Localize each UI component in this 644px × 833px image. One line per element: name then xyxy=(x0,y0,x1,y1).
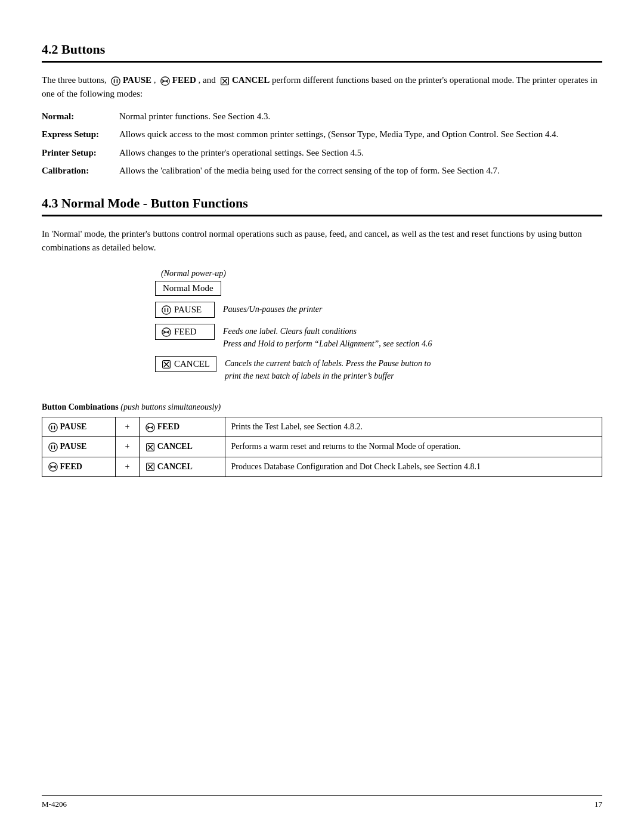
combo-row1-plus: + xyxy=(115,417,139,437)
def-express-desc: Allows quick access to the most common p… xyxy=(119,128,602,141)
pause-icon-diagram xyxy=(162,305,171,315)
cancel-icon-row2 xyxy=(145,442,155,452)
combo-row3-btn2: CANCEL xyxy=(140,457,225,476)
pause-icon-row2 xyxy=(48,442,58,452)
diagram-pause-button: PAUSE xyxy=(155,302,215,318)
cancel-icon-diagram xyxy=(162,360,171,369)
diagram-cancel-button: CANCEL xyxy=(155,356,216,372)
feed-icon-row1 xyxy=(145,423,155,432)
def-printer-setup-term: Printer Setup: xyxy=(42,146,119,160)
section-43-heading: 4.3 Normal Mode - Button Functions xyxy=(42,196,602,216)
diagram-pause-desc: Pauses/Un-pauses the printer xyxy=(223,302,322,315)
combo-row-1: PAUSE + FEED Prints the Test Label, see … xyxy=(42,417,602,437)
def-printer-setup-desc: Allows changes to the printer's operatio… xyxy=(119,146,602,160)
def-normal-desc: Normal printer functions. See Section 4.… xyxy=(119,110,602,123)
section-42-intro: The three buttons, PAUSE , FEED , and CA… xyxy=(42,73,602,101)
combo-row-3: FEED + CANCEL Produces Database Configur… xyxy=(42,457,602,476)
definitions-table: Normal: Normal printer functions. See Se… xyxy=(42,110,602,178)
footer-right: 17 xyxy=(595,800,602,809)
combo-row1-btn1: PAUSE xyxy=(42,417,116,437)
combo-row1-desc: Prints the Test Label, see Section 4.8.2… xyxy=(225,417,602,437)
def-normal-term: Normal: xyxy=(42,110,119,123)
combos-table: PAUSE + FEED Prints the Test Label, see … xyxy=(42,417,602,477)
def-printer-setup: Printer Setup: Allows changes to the pri… xyxy=(42,146,602,160)
combo-row3-desc: Produces Database Configuration and Dot … xyxy=(225,457,602,476)
feed-icon-inline xyxy=(160,76,170,86)
cancel-icon-inline xyxy=(220,76,230,86)
diagram-mode-box: Normal Mode xyxy=(155,281,221,296)
combo-row2-plus: + xyxy=(115,437,139,457)
def-calibration-term: Calibration: xyxy=(42,164,119,178)
def-express-term: Express Setup: xyxy=(42,128,119,141)
feed-icon-row3 xyxy=(48,462,58,472)
diagram-feed-button: FEED xyxy=(155,324,215,340)
section-42-heading: 4.2 Buttons xyxy=(42,42,602,63)
combo-row2-desc: Performs a warm reset and returns to the… xyxy=(225,437,602,457)
def-normal: Normal: Normal printer functions. See Se… xyxy=(42,110,602,123)
combo-row-2: PAUSE + CANCEL Performs a warm reset and… xyxy=(42,437,602,457)
diagram-feed-row: FEED Feeds one label. Clears fault condi… xyxy=(155,324,432,350)
def-calibration-desc: Allows the 'calibration' of the media be… xyxy=(119,164,602,178)
diagram-feed-desc: Feeds one label. Clears fault conditions… xyxy=(223,324,432,350)
feed-icon-diagram xyxy=(162,327,171,337)
footer-left: M-4206 xyxy=(42,800,67,809)
combo-row3-plus: + xyxy=(115,457,139,476)
combos-note: Button Combinations (push buttons simult… xyxy=(42,402,602,412)
cancel-icon-row3 xyxy=(145,462,155,472)
section-43-intro: In 'Normal' mode, the printer's buttons … xyxy=(42,227,602,255)
combo-row2-btn2: CANCEL xyxy=(140,437,225,457)
diagram-cancel-desc: Cancels the current batch of labels. Pre… xyxy=(225,356,431,382)
combo-row1-btn2: FEED xyxy=(140,417,225,437)
button-diagram: (Normal power-up) Normal Mode PAUSE Paus… xyxy=(155,269,489,388)
def-express: Express Setup: Allows quick access to th… xyxy=(42,128,602,141)
def-calibration: Calibration: Allows the 'calibration' of… xyxy=(42,164,602,178)
combo-row2-btn1: PAUSE xyxy=(42,437,116,457)
diagram-pause-row: PAUSE Pauses/Un-pauses the printer xyxy=(155,302,322,318)
pause-icon-inline xyxy=(111,76,120,86)
diagram-powerup-label: (Normal power-up) xyxy=(161,269,226,278)
diagram-cancel-row: CANCEL Cancels the current batch of labe… xyxy=(155,356,431,382)
page-footer: M-4206 17 xyxy=(42,795,602,809)
pause-icon-row1 xyxy=(48,423,58,432)
combo-row3-btn1: FEED xyxy=(42,457,116,476)
